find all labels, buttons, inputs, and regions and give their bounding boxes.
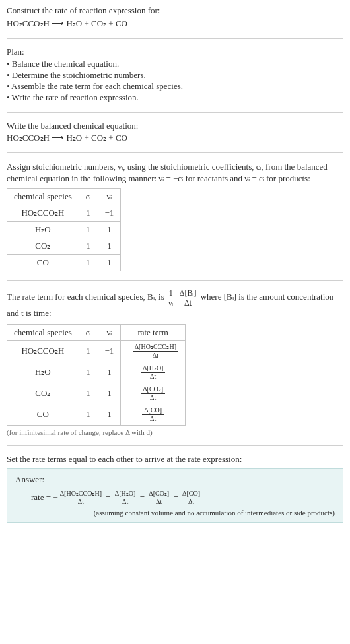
rateterm-text: The rate term for each chemical species,…: [7, 289, 343, 320]
rateterm-frac2: Δ[Bᵢ] Δt: [178, 289, 199, 307]
table-cell: H₂O: [7, 222, 79, 238]
table-cell: 1: [98, 383, 121, 404]
answer-box: Answer: rate = − Δ[HO₂CCO₂H] Δt = Δ[H₂O]…: [7, 468, 343, 523]
stoich-table: chemical species cᵢ νᵢ HO₂CCO₂H 1 −1 H₂O…: [7, 188, 121, 271]
frac-num: Δ[HO₂CCO₂H]: [133, 344, 178, 352]
table-header: νᵢ: [98, 324, 121, 340]
table-row: CO₂ 1 1 Δ[CO₂] Δt: [7, 383, 186, 404]
table-row: H₂O 1 1 Δ[H₂O] Δt: [7, 362, 186, 383]
divider: [7, 112, 343, 113]
answer-frac: Δ[HO₂CCO₂H] Δt: [58, 490, 104, 505]
table-cell: 1: [79, 383, 98, 404]
table-cell: 1: [79, 205, 98, 222]
divider: [7, 38, 343, 39]
frac-num: Δ[CO]: [180, 490, 202, 498]
frac-num: Δ[H₂O]: [113, 490, 138, 498]
frac-num: 1: [166, 289, 175, 298]
table-cell: 1: [98, 255, 121, 271]
rate-frac: Δ[CO] Δt: [142, 407, 164, 422]
question-equation: HO₂CCO₂H ⟶ H₂O + CO₂ + CO: [7, 18, 343, 29]
divider: [7, 152, 343, 153]
frac-num: Δ[CO₂]: [141, 386, 165, 394]
frac-num: Δ[CO]: [142, 407, 164, 415]
table-cell: HO₂CCO₂H: [7, 205, 79, 222]
rateterm-frac1: 1 νᵢ: [166, 289, 175, 307]
balanced-equation: HO₂CCO₂H ⟶ H₂O + CO₂ + CO: [7, 133, 343, 143]
rate-frac: Δ[CO₂] Δt: [141, 386, 165, 401]
table-cell: 1: [98, 404, 121, 425]
frac-num: Δ[HO₂CCO₂H]: [58, 490, 104, 498]
table-cell: CO: [7, 404, 79, 425]
table-cell: 1: [79, 222, 98, 238]
rateterm-note: (for infinitesimal rate of change, repla…: [7, 428, 343, 436]
balanced-section: Write the balanced chemical equation: HO…: [7, 121, 343, 143]
frac-den: Δt: [180, 498, 202, 505]
table-header: rate term: [121, 324, 186, 340]
table-row: H₂O 1 1: [7, 222, 121, 238]
table-cell: Δ[CO₂] Δt: [121, 383, 186, 404]
balanced-heading: Write the balanced chemical equation:: [7, 121, 343, 131]
answer-prefix: rate = −: [31, 492, 58, 502]
divider: [7, 280, 343, 281]
table-row: HO₂CCO₂H 1 −1 − Δ[HO₂CCO₂H] Δt: [7, 340, 186, 362]
table-header: νᵢ: [98, 189, 121, 205]
rateterm-text-part1: The rate term for each chemical species,…: [7, 292, 166, 302]
rateterm-section: The rate term for each chemical species,…: [7, 289, 343, 436]
frac-num: Δ[CO₂]: [147, 490, 171, 498]
table-header: chemical species: [7, 189, 79, 205]
table-row: CO 1 1: [7, 255, 121, 271]
table-cell: Δ[H₂O] Δt: [121, 362, 186, 383]
frac-num: Δ[H₂O]: [141, 365, 166, 373]
table-cell: HO₂CCO₂H: [7, 340, 79, 362]
table-cell: 1: [98, 362, 121, 383]
plan-item: • Assemble the rate term for each chemic…: [7, 81, 343, 92]
frac-den: Δt: [141, 394, 165, 401]
table-cell: 1: [79, 255, 98, 271]
frac-den: Δt: [178, 298, 199, 307]
table-header-row: chemical species cᵢ νᵢ rate term: [7, 324, 186, 340]
table-header: chemical species: [7, 324, 79, 340]
table-cell: 1: [79, 238, 98, 255]
table-header-row: chemical species cᵢ νᵢ: [7, 189, 121, 205]
eq-sign: =: [104, 492, 113, 502]
plan-item: • Balance the chemical equation.: [7, 59, 343, 69]
frac-num: Δ[Bᵢ]: [178, 289, 199, 298]
divider: [7, 445, 343, 446]
answer-frac: Δ[CO] Δt: [180, 490, 202, 505]
table-row: HO₂CCO₂H 1 −1: [7, 205, 121, 222]
rate-prefix: −: [127, 345, 132, 355]
table-cell: H₂O: [7, 362, 79, 383]
plan-heading: Plan:: [7, 47, 343, 57]
rateterm-table: chemical species cᵢ νᵢ rate term HO₂CCO₂…: [7, 324, 186, 426]
answer-equation: rate = − Δ[HO₂CCO₂H] Δt = Δ[H₂O] Δt = Δ[…: [31, 489, 335, 506]
final-section: Set the rate terms equal to each other t…: [7, 454, 343, 523]
plan-item: • Determine the stoichiometric numbers.: [7, 70, 343, 80]
frac-den: Δt: [58, 498, 104, 505]
answer-frac: Δ[H₂O] Δt: [113, 490, 138, 505]
frac-den: Δt: [113, 498, 138, 505]
frac-den: νᵢ: [166, 298, 175, 307]
table-cell: CO₂: [7, 383, 79, 404]
answer-frac: Δ[CO₂] Δt: [147, 490, 171, 505]
question-prompt: Construct the rate of reaction expressio…: [7, 5, 343, 16]
plan-section: Plan: • Balance the chemical equation. •…: [7, 47, 343, 103]
table-row: CO₂ 1 1: [7, 238, 121, 255]
table-cell: − Δ[HO₂CCO₂H] Δt: [121, 340, 186, 362]
table-cell: 1: [79, 404, 98, 425]
plan-item: • Write the rate of reaction expression.: [7, 92, 343, 103]
table-cell: −1: [98, 205, 121, 222]
table-header: cᵢ: [79, 324, 98, 340]
frac-den: Δt: [147, 498, 171, 505]
table-header: cᵢ: [79, 189, 98, 205]
table-cell: −1: [98, 340, 121, 362]
table-cell: CO₂: [7, 238, 79, 255]
stoich-section: Assign stoichiometric numbers, νᵢ, using…: [7, 161, 343, 271]
table-cell: 1: [79, 340, 98, 362]
rate-frac: Δ[HO₂CCO₂H] Δt: [133, 344, 178, 359]
answer-heading: Answer:: [15, 474, 335, 485]
eq-sign: =: [137, 492, 147, 502]
question-section: Construct the rate of reaction expressio…: [7, 5, 343, 29]
table-cell: Δ[CO] Δt: [121, 404, 186, 425]
table-cell: CO: [7, 255, 79, 271]
final-heading: Set the rate terms equal to each other t…: [7, 454, 343, 465]
